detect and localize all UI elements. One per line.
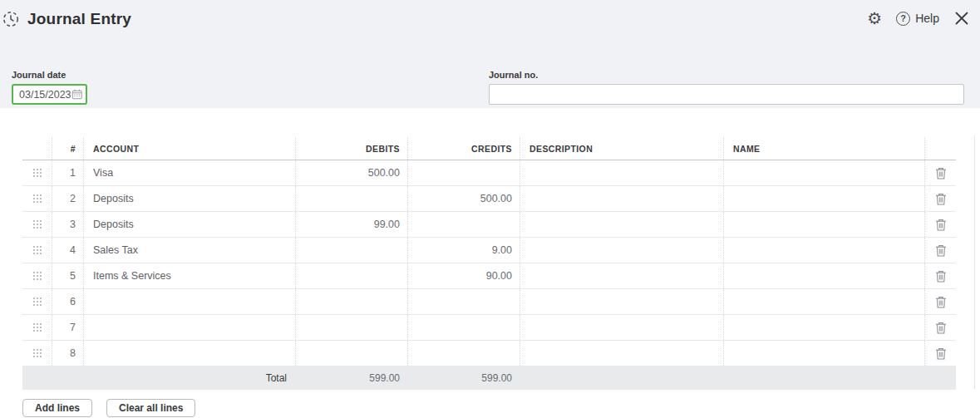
name-cell[interactable] — [723, 160, 924, 185]
drag-dots-icon — [32, 219, 42, 229]
table-row: 1 Visa 500.00 — [22, 160, 956, 186]
line-number: 8 — [52, 341, 83, 366]
credits-cell[interactable] — [407, 212, 520, 237]
account-cell[interactable] — [83, 315, 295, 340]
drag-column-header — [22, 137, 52, 160]
drag-handle[interactable] — [22, 315, 52, 340]
line-number: 7 — [52, 315, 83, 340]
journal-date-group: Journal date 03/15/2023 — [12, 70, 87, 105]
description-cell[interactable] — [520, 186, 723, 211]
drag-handle[interactable] — [22, 186, 52, 211]
journal-no-group: Journal no. — [489, 70, 964, 105]
drag-handle[interactable] — [22, 341, 52, 366]
account-cell[interactable]: Sales Tax — [83, 238, 295, 263]
account-cell[interactable]: Deposits — [83, 186, 295, 211]
debits-header: DEBITS — [295, 137, 407, 160]
close-icon[interactable] — [953, 10, 970, 27]
description-cell[interactable] — [520, 160, 723, 185]
delete-line-button[interactable] — [932, 344, 950, 362]
delete-column-header — [924, 137, 956, 160]
table-row: 7 — [22, 315, 956, 341]
journal-no-input[interactable] — [489, 84, 964, 105]
credits-cell[interactable] — [407, 315, 520, 340]
line-number: 1 — [52, 160, 83, 185]
journal-date-label: Journal date — [12, 70, 87, 80]
line-number: 6 — [52, 289, 83, 314]
description-cell[interactable] — [520, 238, 723, 263]
title-row: Journal Entry — [0, 10, 131, 28]
credits-cell[interactable]: 90.00 — [407, 263, 520, 288]
debits-cell[interactable]: 500.00 — [295, 160, 407, 185]
description-cell[interactable] — [520, 289, 723, 314]
credits-cell[interactable] — [407, 289, 520, 314]
trash-icon — [935, 167, 947, 179]
add-lines-button[interactable]: Add lines — [22, 399, 92, 417]
account-cell[interactable]: Items & Services — [83, 263, 295, 288]
line-number-header: # — [52, 137, 83, 160]
account-cell[interactable]: Deposits — [83, 212, 295, 237]
journal-date-input[interactable]: 03/15/2023 — [12, 84, 87, 105]
account-cell[interactable] — [83, 289, 295, 314]
debits-cell[interactable] — [295, 238, 407, 263]
total-credits: 599.00 — [407, 366, 520, 390]
name-cell[interactable] — [723, 341, 924, 366]
description-cell[interactable] — [520, 341, 723, 366]
delete-line-button[interactable] — [932, 215, 950, 234]
line-number: 3 — [52, 212, 83, 237]
delete-line-button[interactable] — [932, 293, 950, 311]
name-cell[interactable] — [723, 238, 924, 263]
drag-dots-icon — [32, 271, 42, 281]
name-header: NAME — [723, 137, 924, 160]
table-row: 6 — [22, 289, 956, 315]
debits-cell[interactable]: 99.00 — [295, 212, 407, 237]
name-cell[interactable] — [723, 289, 924, 314]
gear-icon[interactable]: ⚙ — [867, 9, 882, 27]
name-cell[interactable] — [723, 186, 924, 211]
drag-dots-icon — [32, 168, 42, 178]
drag-dots-icon — [32, 297, 42, 307]
delete-line-button[interactable] — [932, 267, 950, 285]
help-circle-icon: ? — [896, 12, 910, 26]
name-cell[interactable] — [723, 212, 924, 237]
credits-cell[interactable] — [407, 341, 520, 366]
account-cell[interactable] — [83, 341, 295, 366]
drag-handle[interactable] — [22, 263, 52, 288]
description-cell[interactable] — [520, 315, 723, 340]
debits-cell[interactable] — [295, 263, 407, 288]
debits-cell[interactable] — [295, 341, 407, 366]
delete-line-button[interactable] — [932, 164, 950, 182]
debits-cell[interactable] — [295, 186, 407, 211]
line-number: 2 — [52, 186, 83, 211]
trash-icon — [935, 244, 947, 257]
credits-cell[interactable] — [407, 160, 520, 185]
help-button[interactable]: ? Help — [896, 12, 939, 26]
clear-all-lines-button[interactable]: Clear all lines — [106, 399, 195, 417]
calendar-icon[interactable] — [71, 88, 82, 101]
credits-cell[interactable]: 9.00 — [407, 238, 520, 263]
description-cell[interactable] — [520, 212, 723, 237]
account-cell[interactable]: Visa — [83, 160, 295, 185]
delete-line-button[interactable] — [932, 241, 950, 259]
history-clock-icon[interactable] — [2, 10, 20, 28]
description-cell[interactable] — [520, 263, 723, 288]
name-cell[interactable] — [723, 263, 924, 288]
name-cell[interactable] — [723, 315, 924, 340]
delete-line-button[interactable] — [932, 318, 950, 337]
drag-handle[interactable] — [22, 238, 52, 263]
journal-no-label: Journal no. — [489, 70, 964, 80]
trash-icon — [935, 270, 947, 283]
credits-cell[interactable]: 500.00 — [407, 186, 520, 211]
header-actions: ⚙ ? Help — [867, 9, 970, 27]
drag-handle[interactable] — [22, 160, 52, 185]
table-header-row: # ACCOUNT DEBITS CREDITS DESCRIPTION NAM… — [22, 137, 956, 160]
drag-handle[interactable] — [22, 212, 52, 237]
drag-dots-icon — [32, 245, 42, 255]
journal-date-value: 03/15/2023 — [19, 89, 71, 101]
trash-icon — [935, 347, 947, 360]
debits-cell[interactable] — [295, 289, 407, 314]
delete-line-button[interactable] — [932, 189, 950, 208]
total-label: Total — [83, 366, 295, 390]
debits-cell[interactable] — [295, 315, 407, 340]
table-row: 4 Sales Tax 9.00 — [22, 238, 956, 263]
drag-handle[interactable] — [22, 289, 52, 314]
